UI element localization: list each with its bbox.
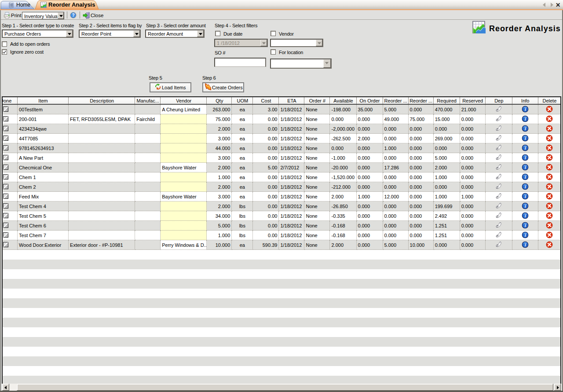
svg-text:?: ? <box>72 13 74 18</box>
